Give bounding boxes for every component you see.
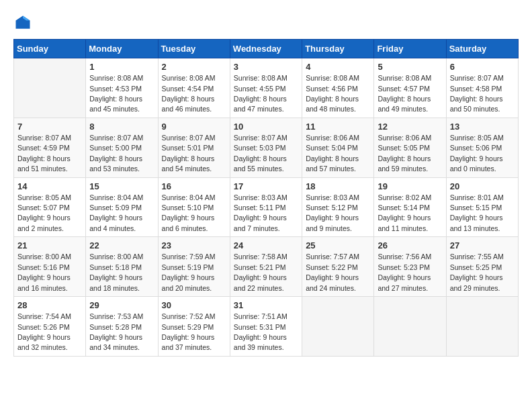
sunset-info: Sunset: 5:01 PM <box>162 144 214 152</box>
sunrise-info: Sunrise: 8:00 AM <box>17 253 71 261</box>
sunrise-info: Sunrise: 7:53 AM <box>89 312 143 320</box>
sunrise-info: Sunrise: 7:59 AM <box>162 253 216 261</box>
calendar-cell: 3 Sunrise: 8:08 AM Sunset: 4:55 PM Dayli… <box>230 58 302 118</box>
sunset-info: Sunset: 4:57 PM <box>378 85 430 93</box>
day-number: 30 <box>162 300 171 310</box>
sunrise-info: Sunrise: 7:51 AM <box>234 312 287 320</box>
calendar-cell: 24 Sunrise: 7:58 AM Sunset: 5:21 PM Dayl… <box>230 237 302 297</box>
sunrise-info: Sunrise: 8:06 AM <box>306 134 359 142</box>
sunrise-info: Sunrise: 8:07 AM <box>450 74 504 82</box>
sunset-info: Sunset: 5:31 PM <box>234 323 286 331</box>
day-number: 27 <box>450 240 459 250</box>
daylight-info: Daylight: 8 hours and 46 minutes. <box>162 95 215 113</box>
header-tuesday: Tuesday <box>158 40 230 58</box>
daylight-info: Daylight: 8 hours and 55 minutes. <box>234 154 287 173</box>
sunset-info: Sunset: 5:11 PM <box>234 203 286 212</box>
day-number: 21 <box>17 240 27 250</box>
sunrise-info: Sunrise: 8:07 AM <box>162 134 216 142</box>
header-monday: Monday <box>86 40 158 58</box>
day-number: 24 <box>234 240 243 250</box>
sunset-info: Sunset: 5:05 PM <box>378 144 430 152</box>
sunset-info: Sunset: 5:28 PM <box>89 323 142 331</box>
daylight-info: Daylight: 8 hours and 53 minutes. <box>89 154 142 173</box>
calendar-cell: 14 Sunrise: 8:05 AM Sunset: 5:07 PM Dayl… <box>14 177 86 237</box>
day-number: 18 <box>306 181 315 191</box>
calendar-cell: 22 Sunrise: 8:00 AM Sunset: 5:18 PM Dayl… <box>86 237 158 297</box>
logo-icon <box>13 13 32 32</box>
sunset-info: Sunset: 5:04 PM <box>306 144 358 152</box>
calendar-cell: 12 Sunrise: 8:06 AM Sunset: 5:05 PM Dayl… <box>374 118 446 177</box>
daylight-info: Daylight: 8 hours and 49 minutes. <box>378 95 431 113</box>
header-wednesday: Wednesday <box>230 40 302 58</box>
calendar-cell: 20 Sunrise: 8:01 AM Sunset: 5:15 PM Dayl… <box>446 177 518 237</box>
header-saturday: Saturday <box>446 40 518 58</box>
calendar-cell: 11 Sunrise: 8:06 AM Sunset: 5:04 PM Dayl… <box>302 118 374 177</box>
day-number: 2 <box>162 62 167 72</box>
day-number: 3 <box>234 62 238 72</box>
day-number: 29 <box>89 300 99 310</box>
sunset-info: Sunset: 5:00 PM <box>89 144 142 152</box>
day-number: 13 <box>450 122 459 132</box>
calendar-cell <box>374 297 446 357</box>
sunset-info: Sunset: 4:56 PM <box>306 85 358 93</box>
calendar-cell: 4 Sunrise: 8:08 AM Sunset: 4:56 PM Dayli… <box>302 58 374 118</box>
calendar-cell: 10 Sunrise: 8:07 AM Sunset: 5:03 PM Dayl… <box>230 118 302 177</box>
calendar-cell: 7 Sunrise: 8:07 AM Sunset: 4:59 PM Dayli… <box>14 118 86 177</box>
week-row-1: 1 Sunrise: 8:08 AM Sunset: 4:53 PM Dayli… <box>14 58 519 118</box>
daylight-info: Daylight: 8 hours and 47 minutes. <box>234 95 287 113</box>
daylight-info: Daylight: 8 hours and 59 minutes. <box>378 154 431 173</box>
calendar-cell <box>302 297 374 357</box>
sunset-info: Sunset: 4:55 PM <box>234 85 286 93</box>
calendar-cell: 19 Sunrise: 8:02 AM Sunset: 5:14 PM Dayl… <box>374 177 446 237</box>
week-row-4: 21 Sunrise: 8:00 AM Sunset: 5:16 PM Dayl… <box>14 237 519 297</box>
calendar-cell: 6 Sunrise: 8:07 AM Sunset: 4:58 PM Dayli… <box>446 58 518 118</box>
day-number: 25 <box>306 240 315 250</box>
calendar-cell <box>446 297 518 357</box>
daylight-info: Daylight: 8 hours and 51 minutes. <box>17 154 71 173</box>
daylight-info: Daylight: 8 hours and 50 minutes. <box>450 95 503 113</box>
calendar-cell: 2 Sunrise: 8:08 AM Sunset: 4:54 PM Dayli… <box>158 58 230 118</box>
calendar-cell: 9 Sunrise: 8:07 AM Sunset: 5:01 PM Dayli… <box>158 118 230 177</box>
sunrise-info: Sunrise: 7:57 AM <box>306 253 359 261</box>
sunset-info: Sunset: 5:25 PM <box>450 263 502 271</box>
sunrise-info: Sunrise: 7:52 AM <box>162 312 216 320</box>
calendar-cell <box>14 58 86 118</box>
day-number: 10 <box>234 122 243 132</box>
day-number: 8 <box>89 122 94 132</box>
daylight-info: Daylight: 9 hours and 22 minutes. <box>234 273 287 291</box>
sunrise-info: Sunrise: 7:58 AM <box>234 253 287 261</box>
sunset-info: Sunset: 5:03 PM <box>234 144 286 152</box>
sunset-info: Sunset: 4:54 PM <box>162 85 214 93</box>
page-header <box>13 13 519 32</box>
sunrise-info: Sunrise: 8:07 AM <box>17 134 71 142</box>
sunrise-info: Sunrise: 8:08 AM <box>162 74 216 82</box>
sunset-info: Sunset: 5:09 PM <box>89 203 142 212</box>
sunrise-info: Sunrise: 8:01 AM <box>450 193 504 201</box>
sunset-info: Sunset: 4:59 PM <box>17 144 70 152</box>
week-row-5: 28 Sunrise: 7:54 AM Sunset: 5:26 PM Dayl… <box>14 297 519 357</box>
daylight-info: Daylight: 9 hours and 18 minutes. <box>89 273 142 291</box>
calendar-cell: 16 Sunrise: 8:04 AM Sunset: 5:10 PM Dayl… <box>158 177 230 237</box>
day-number: 7 <box>17 122 22 132</box>
calendar-header-row: SundayMondayTuesdayWednesdayThursdayFrid… <box>14 40 519 58</box>
sunset-info: Sunset: 5:14 PM <box>378 203 430 212</box>
day-number: 28 <box>17 300 27 310</box>
sunrise-info: Sunrise: 8:00 AM <box>89 253 143 261</box>
daylight-info: Daylight: 9 hours and 4 minutes. <box>89 214 142 232</box>
day-number: 26 <box>378 240 387 250</box>
daylight-info: Daylight: 8 hours and 48 minutes. <box>306 95 359 113</box>
day-number: 5 <box>378 62 382 72</box>
day-number: 19 <box>378 181 387 191</box>
sunrise-info: Sunrise: 7:55 AM <box>450 253 504 261</box>
calendar-cell: 1 Sunrise: 8:08 AM Sunset: 4:53 PM Dayli… <box>86 58 158 118</box>
day-number: 4 <box>306 62 310 72</box>
calendar-cell: 17 Sunrise: 8:03 AM Sunset: 5:11 PM Dayl… <box>230 177 302 237</box>
day-number: 17 <box>234 181 243 191</box>
day-number: 22 <box>89 240 99 250</box>
daylight-info: Daylight: 9 hours and 0 minutes. <box>450 154 503 173</box>
sunrise-info: Sunrise: 8:04 AM <box>89 193 143 201</box>
day-number: 6 <box>450 62 455 72</box>
sunrise-info: Sunrise: 8:08 AM <box>378 74 431 82</box>
daylight-info: Daylight: 9 hours and 2 minutes. <box>17 214 71 232</box>
sunset-info: Sunset: 5:18 PM <box>89 263 142 271</box>
